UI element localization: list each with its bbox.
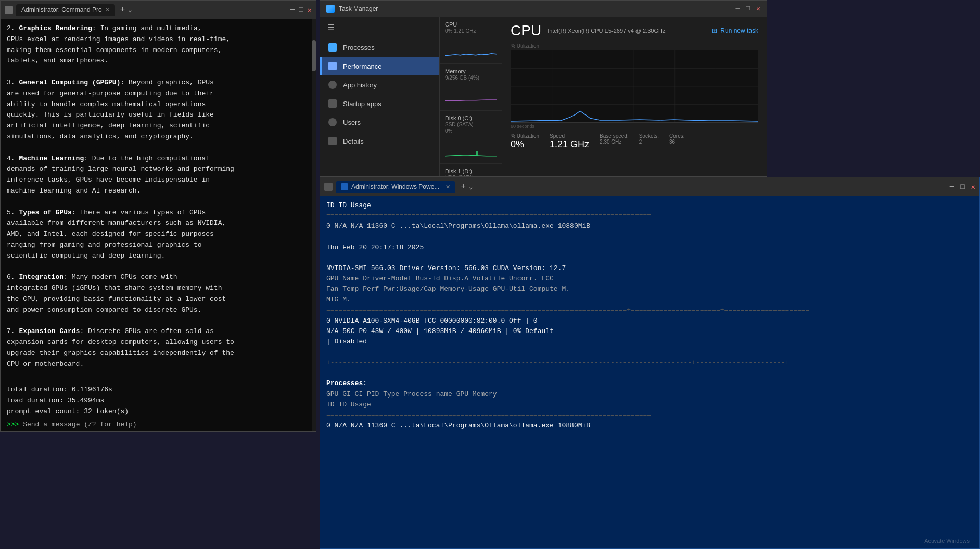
tm-sidebar: ☰ Processes Performance App history Star…: [320, 17, 440, 176]
line-1: 2. Graphics Rendering: In gaming and mul…: [7, 23, 310, 67]
ps-timestamp: Thu Feb 20 20:17:18 2025: [326, 242, 973, 253]
terminal1-tab[interactable]: Administrator: Command Pro ✕: [16, 4, 115, 16]
sockets-stat: Sockets: 2: [639, 133, 659, 150]
run-new-task-icon: ⊞: [712, 27, 717, 34]
processes-icon: [328, 43, 337, 52]
sidebar-item-processes[interactable]: Processes: [320, 38, 439, 57]
tm-titlebar: Task Manager ─ □ ✕: [320, 1, 767, 17]
terminal1-tab-label: Administrator: Command Pro: [21, 6, 102, 14]
tm-mini-card-cpu[interactable]: CPU 0% 1.21 GHz: [440, 17, 502, 64]
ps-window-controls: ─ □ ✕: [950, 183, 975, 191]
ps-proc-header1: GPU GI CI PID Type Process name GPU Memo…: [326, 389, 973, 400]
line-6: 7. Expansion Cards: Discrete GPUs are of…: [7, 326, 310, 369]
mini-card-memory-title: Memory: [445, 68, 497, 74]
ps-maximize[interactable]: □: [960, 183, 964, 191]
run-new-task-button[interactable]: ⊞ Run new task: [712, 27, 758, 34]
ps-proc-row: 0 N/A N/A 11360 C ...ta\Local\Programs\O…: [326, 420, 973, 431]
ps-app-icon: [324, 183, 333, 191]
run-new-task-label: Run new task: [720, 27, 758, 34]
tm-mini-card-disk0[interactable]: Disk 0 (C:) SSD (SATA) 0%: [440, 111, 502, 164]
mini-memory-graph: [445, 83, 497, 104]
utilization-stat-label: % Utilization: [511, 133, 539, 139]
tm-hamburger-button[interactable]: ☰: [320, 17, 439, 38]
utilization-label: % Utilization: [511, 43, 758, 49]
mini-card-cpu-title: CPU: [445, 21, 497, 28]
tm-close-button[interactable]: ✕: [756, 5, 760, 13]
terminal1-app-icon: [5, 6, 13, 14]
sidebar-label-processes: Processes: [343, 44, 375, 52]
command-pro-terminal[interactable]: Administrator: Command Pro ✕ + ⌄ ─ □ ✕ 2…: [0, 0, 316, 432]
tm-mini-card-disk1[interactable]: Disk 1 (D:) HDD (SATA): [440, 164, 502, 176]
tm-maximize-button[interactable]: □: [746, 5, 750, 13]
ps-proc-sep: ========================================…: [326, 410, 973, 420]
tm-cpu-title: CPU: [511, 22, 541, 39]
ps-content: ID ID Usage ============================…: [320, 196, 979, 548]
line-2: 3. General Computing (GPGPU): Beyond gra…: [7, 78, 310, 143]
prompt-input[interactable]: Send a message (/? for help): [23, 420, 136, 428]
line-3: 4. Machine Learning: Due to the high com…: [7, 154, 310, 197]
sidebar-item-app-history[interactable]: App history: [320, 75, 439, 94]
ps-gpu-col3: MIG M.: [326, 295, 973, 305]
tm-main-content: CPU 0% 1.21 GHz Memory 9/256 GB (4%): [440, 17, 767, 176]
sockets-label: Sockets:: [639, 133, 659, 139]
ps-nvidia-smi-line: NVIDIA-SMI 566.03 Driver Version: 566.03…: [326, 263, 973, 274]
terminal1-scrollbar[interactable]: [312, 19, 316, 431]
ps-close[interactable]: ✕: [971, 183, 975, 191]
cpu-utilization-graph: [511, 50, 758, 123]
sidebar-item-users[interactable]: Users: [320, 113, 439, 132]
terminal1-titlebar: Administrator: Command Pro ✕ + ⌄ ─ □ ✕: [1, 1, 316, 19]
ps-gpu-col1: GPU Name Driver-Model Bus-Id Disp.A Vola…: [326, 274, 973, 284]
tm-detail-info: Intel(R) Xeon(R) CPU E5-2697 v4 @ 2.30GH…: [541, 28, 712, 34]
ps-proc-header2: ID ID Usage: [326, 400, 973, 410]
performance-icon: [328, 62, 337, 70]
ps-add-tab[interactable]: +: [461, 182, 466, 191]
sidebar-item-performance[interactable]: Performance: [320, 57, 439, 75]
users-icon: [328, 118, 337, 126]
cores-label: Cores:: [669, 133, 684, 139]
utilization-stat-value: 0%: [511, 139, 539, 150]
activate-windows-watermark: Activate Windows: [924, 538, 970, 544]
speed-stat: Speed 1.21 GHz: [550, 133, 589, 150]
ps-titlebar: Administrator: Windows Powe... ✕ + ⌄ ─ □…: [320, 177, 979, 196]
terminal1-content: 2. Graphics Rendering: In gaming and mul…: [1, 19, 316, 417]
maximize-button[interactable]: □: [299, 6, 303, 14]
task-manager-window[interactable]: Task Manager ─ □ ✕ ☰ Processes Performan…: [320, 0, 767, 177]
ps-sep1: ========================================…: [326, 211, 973, 221]
powershell-terminal[interactable]: Administrator: Windows Powe... ✕ + ⌄ ─ □…: [320, 177, 980, 549]
ps-tab-dropdown[interactable]: ⌄: [469, 183, 473, 191]
sidebar-item-startup-apps[interactable]: Startup apps: [320, 94, 439, 113]
tm-minimize-button[interactable]: ─: [736, 5, 740, 13]
sidebar-item-details[interactable]: Details: [320, 132, 439, 150]
minimize-button[interactable]: ─: [290, 6, 295, 14]
ps-gpu-row2: N/A 50C P0 43W / 400W | 10893MiB / 40960…: [326, 326, 973, 337]
ps-minimize[interactable]: ─: [950, 183, 954, 191]
ps-process-row-0: 0 N/A N/A 11360 C ...ta\Local\Programs\O…: [326, 221, 973, 232]
sidebar-label-app-history: App history: [343, 81, 377, 89]
tm-body: ☰ Processes Performance App history Star…: [320, 17, 767, 176]
cpu-graph-container: % Utilization 100%: [511, 43, 758, 129]
mini-card-disk0-pct: 0%: [445, 128, 497, 134]
ps-tab[interactable]: Administrator: Windows Powe... ✕: [336, 181, 455, 193]
ps-tab-close[interactable]: ✕: [446, 184, 450, 190]
scrollbar-thumb[interactable]: [312, 40, 316, 71]
tab-dropdown-button[interactable]: ⌄: [128, 6, 132, 14]
sidebar-label-users: Users: [343, 119, 361, 126]
tm-window-controls: ─ □ ✕: [736, 5, 760, 13]
tm-detail-header: CPU Intel(R) Xeon(R) CPU E5-2697 v4 @ 2.…: [511, 22, 758, 39]
mini-card-disk1-sub: HDD (SATA): [445, 175, 497, 176]
ps-gpu-row3: | Disabled: [326, 337, 973, 347]
tm-title: Task Manager: [339, 5, 378, 12]
terminal1-prompt[interactable]: >>> Send a message (/? for help): [1, 417, 316, 431]
ps-col-header1: ID ID Usage: [326, 200, 973, 211]
add-tab-button[interactable]: +: [120, 5, 125, 15]
startup-icon: [328, 99, 337, 108]
app-history-icon: [328, 81, 337, 89]
load-duration-label: load duration:: [7, 397, 63, 404]
ps-tab-label: Administrator: Windows Powe...: [351, 183, 439, 190]
close-button[interactable]: ✕: [308, 6, 312, 15]
prompt-eval-count-val: 32 token(s): [84, 407, 129, 415]
terminal1-close-button[interactable]: ✕: [105, 7, 110, 14]
tm-mini-card-memory[interactable]: Memory 9/256 GB (4%): [440, 64, 502, 111]
speed-stat-value: 1.21 GHz: [550, 139, 589, 150]
svg-rect-0: [476, 151, 478, 156]
